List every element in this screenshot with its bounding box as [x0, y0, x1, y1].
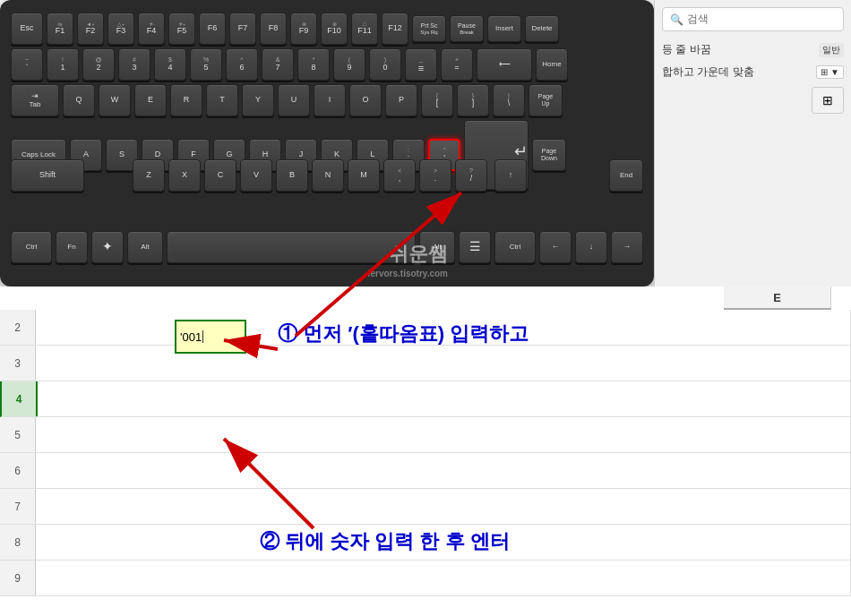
key-f2[interactable]: ◄+F2 [77, 13, 104, 45]
key-m[interactable]: M [348, 159, 380, 192]
key-f12[interactable]: F12 [382, 13, 408, 45]
key-pause[interactable]: PauseBreak [450, 15, 484, 42]
table-row: 6 [0, 453, 851, 489]
option2-select[interactable]: ⊞ ▼ [816, 65, 844, 79]
key-menu[interactable]: ☰ [459, 231, 491, 263]
keyboard-row-1: Esc 녹F1 ◄+F2 △+F3 ☀-F4 ☀+F5 F6 F7 F8 ⊕F9… [11, 13, 643, 45]
search-bar[interactable]: 🔍 검색 [662, 7, 844, 31]
key-x[interactable]: X [168, 159, 201, 192]
spreadsheet: E 2 3 4 5 6 7 [0, 287, 851, 616]
key-i[interactable]: I [314, 84, 346, 116]
key-3[interactable]: #3 [118, 48, 150, 81]
cell-7-1[interactable] [36, 489, 851, 524]
key-9[interactable]: (9 [333, 48, 365, 81]
key-space[interactable] [167, 231, 416, 263]
key-pagedown[interactable]: PageDown [532, 139, 566, 171]
key-1[interactable]: !1 [47, 48, 79, 81]
panel-option-2: 합하고 가운데 맞춤 ⊞ ▼ [662, 64, 844, 80]
key-f4[interactable]: ☀-F4 [138, 13, 165, 45]
key-alt-right[interactable]: Alt [419, 231, 455, 263]
key-slash[interactable]: ?/ [455, 159, 487, 192]
key-0[interactable]: )0 [369, 48, 401, 81]
key-f3[interactable]: △+F3 [107, 13, 134, 45]
cell-9-1[interactable] [36, 560, 851, 595]
key-q[interactable]: Q [63, 84, 95, 116]
key-win[interactable]: ✦ [91, 231, 124, 263]
cell-4-1[interactable] [38, 381, 851, 416]
key-f9[interactable]: ⊕F9 [290, 13, 317, 45]
key-equals[interactable]: += [441, 48, 473, 81]
key-tab[interactable]: ⇥Tab [11, 84, 59, 116]
key-f5[interactable]: ☀+F5 [168, 13, 195, 45]
key-t[interactable]: T [206, 84, 238, 116]
key-f11[interactable]: □F11 [351, 13, 378, 45]
key-backslash[interactable]: |\ [493, 84, 525, 116]
cell-value: '001 [180, 330, 202, 344]
key-p[interactable]: P [385, 84, 417, 116]
key-tilde[interactable]: ~` [11, 48, 43, 81]
table-row: 3 [0, 346, 851, 381]
key-f10[interactable]: ⊕F10 [321, 13, 348, 45]
key-f8[interactable]: F8 [260, 13, 287, 45]
key-pageup[interactable]: PageUp [529, 84, 563, 116]
cell-2-1[interactable] [36, 310, 851, 345]
cell-8-1[interactable] [36, 525, 851, 560]
cell-6-1[interactable] [36, 453, 851, 488]
key-f7[interactable]: F7 [229, 13, 256, 45]
key-left-arrow[interactable]: ← [539, 231, 572, 263]
option1-label: 등 줄 바꿈 [662, 42, 711, 57]
key-alt-left[interactable]: Alt [127, 231, 163, 263]
key-prtsc[interactable]: Prt ScSys Rq [412, 15, 446, 42]
key-delete[interactable]: Delete [525, 15, 559, 42]
key-insert[interactable]: Insert [487, 15, 521, 42]
cursor [202, 330, 203, 343]
key-end[interactable]: End [609, 159, 643, 192]
col-header-E: E [724, 287, 831, 310]
key-esc[interactable]: Esc [11, 13, 43, 45]
key-7[interactable]: &7 [262, 48, 294, 81]
key-home[interactable]: Home [536, 48, 568, 81]
active-cell-001[interactable]: '001 [175, 320, 246, 354]
key-2[interactable]: @2 [82, 48, 115, 81]
key-lbracket[interactable]: {[ [421, 84, 453, 116]
key-4[interactable]: $4 [154, 48, 186, 81]
key-8[interactable]: *8 [297, 48, 330, 81]
key-period[interactable]: >. [419, 159, 451, 192]
table-row: 2 [0, 310, 851, 346]
key-down-arrow[interactable]: ↓ [575, 231, 607, 263]
key-f1[interactable]: 녹F1 [47, 13, 73, 45]
key-up-arrow-r[interactable]: ↑ [494, 159, 527, 192]
key-comma[interactable]: <, [383, 159, 416, 192]
key-5[interactable]: %5 [190, 48, 222, 81]
format-button[interactable]: ⊞ [812, 87, 844, 114]
table-row: 8 [0, 525, 851, 560]
key-backspace[interactable]: ⟵ [477, 48, 532, 81]
key-y[interactable]: Y [242, 84, 274, 116]
key-w[interactable]: W [99, 84, 131, 116]
key-fn[interactable]: Fn [56, 231, 88, 263]
key-ctrl-right[interactable]: Ctrl [494, 231, 536, 263]
panel-option-1: 등 줄 바꿈 일반 [662, 42, 844, 57]
key-c[interactable]: C [204, 159, 236, 192]
cell-5-1[interactable] [36, 417, 851, 452]
table-row: 7 [0, 489, 851, 525]
key-v[interactable]: V [240, 159, 272, 192]
key-e[interactable]: E [134, 84, 167, 116]
key-6[interactable]: ^6 [226, 48, 258, 81]
row-num-8: 8 [0, 525, 36, 560]
key-z[interactable]: Z [133, 159, 165, 192]
key-r[interactable]: R [170, 84, 202, 116]
key-rbracket[interactable]: }] [457, 84, 489, 116]
key-ctrl-left[interactable]: Ctrl [11, 231, 52, 263]
key-f6[interactable]: F6 [199, 13, 226, 45]
key-shift-left[interactable]: Shift [11, 159, 84, 192]
key-b[interactable]: B [276, 159, 308, 192]
key-o[interactable]: O [349, 84, 382, 116]
key-n[interactable]: N [312, 159, 344, 192]
key-minus[interactable]: _≡ [405, 48, 437, 81]
cell-3-1[interactable] [36, 346, 851, 381]
key-u[interactable]: U [278, 84, 310, 116]
key-right-arrow[interactable]: → [611, 231, 643, 263]
row-num-6: 6 [0, 453, 36, 488]
grid: 2 3 4 5 6 7 8 [0, 310, 851, 616]
